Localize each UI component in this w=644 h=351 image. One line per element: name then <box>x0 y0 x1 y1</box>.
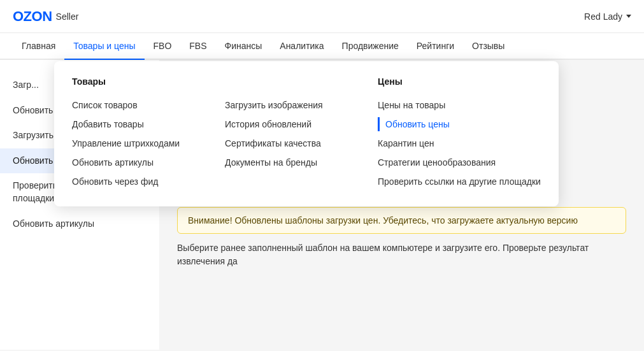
user-name: Red Lady <box>584 11 622 22</box>
nav-otzyvy[interactable]: Отзывы <box>463 33 513 59</box>
nav-glavnaya[interactable]: Главная <box>13 33 64 59</box>
nav-finansy[interactable]: Финансы <box>216 33 271 59</box>
chevron-down-icon <box>626 15 631 18</box>
nav-tovary[interactable]: Товары и цены <box>64 33 144 59</box>
dropdown-item-fid[interactable]: Обновить через фид <box>72 172 187 191</box>
user-menu[interactable]: Red Lady <box>584 11 631 22</box>
sidebar-item-obnovit-artikuly[interactable]: Обновить артикулы <box>0 211 159 237</box>
nav-prodvizhenie[interactable]: Продвижение <box>333 33 408 59</box>
dropdown-item-tseny-na-tovary[interactable]: Цены на товары <box>378 96 541 115</box>
logo-area: OZON Seller <box>13 8 78 25</box>
dropdown-heading-tseny: Цены <box>378 76 541 87</box>
dropdown-item-obnovit-tseny[interactable]: Обновить цены <box>378 115 541 134</box>
dropdown-item-docs[interactable]: Документы на бренды <box>225 153 340 172</box>
dropdown-heading-tovary: Товары <box>72 76 187 87</box>
dropdown-item-images[interactable]: Загрузить изображения <box>225 96 340 115</box>
ozon-logo: OZON <box>13 8 52 25</box>
main-nav: Главная Товары и цены FBO FBS Финансы Ан… <box>0 33 644 60</box>
nav-analitika[interactable]: Аналитика <box>271 33 333 59</box>
nav-reytingi[interactable]: Рейтинги <box>408 33 463 59</box>
dropdown-item-history[interactable]: История обновлений <box>225 115 340 134</box>
seller-label: Seller <box>56 11 79 22</box>
nav-fbo[interactable]: FBO <box>145 33 181 59</box>
dropdown-item-karantin[interactable]: Карантин цен <box>378 134 541 153</box>
dropdown-item-dobavit[interactable]: Добавить товары <box>72 115 187 134</box>
info-text: Выберите ранее заполненный шаблон на ваш… <box>177 241 626 268</box>
dropdown-menu: Товары Список товаров Добавить товары Уп… <box>54 61 559 206</box>
dropdown-item-artikuly[interactable]: Обновить артикулы <box>72 153 187 172</box>
dropdown-item-strategii[interactable]: Стратегии ценообразования <box>378 153 541 172</box>
dropdown-item-sertif[interactable]: Сертификаты качества <box>225 134 340 153</box>
dropdown-item-shtrih[interactable]: Управление штрихкодами <box>72 134 187 153</box>
dropdown-col-tseny: Цены Цены на товары Обновить цены Карант… <box>378 76 541 191</box>
header: OZON Seller Red Lady <box>0 0 644 33</box>
dropdown-col-extra: placeholder Загрузить изображения Истори… <box>225 76 340 191</box>
dropdown-item-proverit[interactable]: Проверить ссылки на другие площадки <box>378 172 541 191</box>
warning-box: Внимание! Обновлены шаблоны загрузки цен… <box>177 207 626 234</box>
nav-fbs[interactable]: FBS <box>180 33 215 59</box>
dropdown-item-spisok[interactable]: Список товаров <box>72 96 187 115</box>
dropdown-col-tovary: Товары Список товаров Добавить товары Уп… <box>72 76 187 191</box>
